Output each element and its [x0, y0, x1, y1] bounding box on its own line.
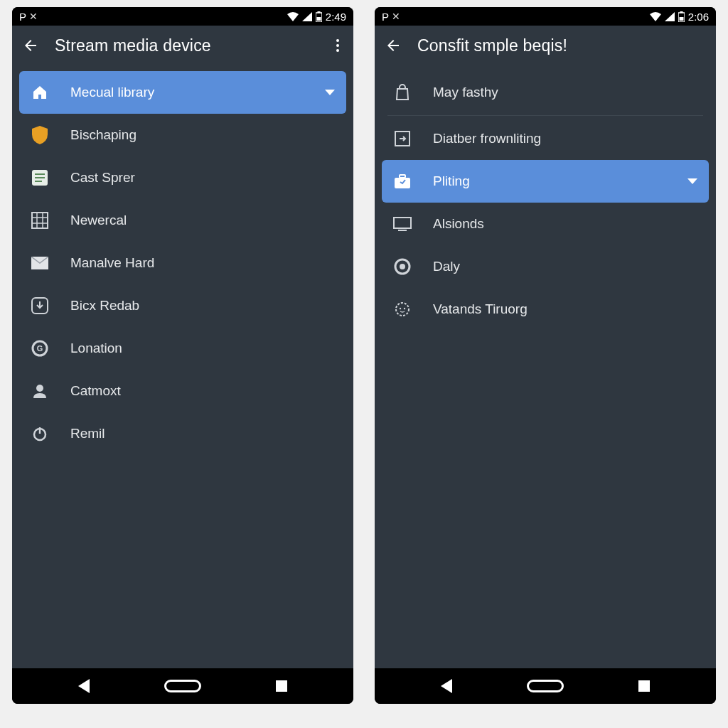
- menu-label: May fasthy: [433, 85, 697, 100]
- svg-point-23: [400, 308, 401, 309]
- menu-label: Bicx Redab: [70, 298, 335, 314]
- status-right: 2:06: [650, 11, 709, 23]
- back-icon[interactable]: [385, 37, 402, 54]
- p-indicator: P: [382, 11, 389, 23]
- battery-icon: [678, 11, 685, 22]
- close-icon[interactable]: ✕: [392, 11, 400, 22]
- menu-item-pliting[interactable]: Pliting: [382, 160, 709, 203]
- menu-label: Catmoxt: [70, 383, 335, 399]
- svg-rect-2: [316, 17, 321, 21]
- nav-recent-icon[interactable]: [276, 680, 287, 692]
- wifi-icon: [287, 12, 299, 21]
- monitor-icon: [393, 215, 412, 233]
- status-bar: P ✕ 2:06: [375, 7, 716, 26]
- nav-recent-icon[interactable]: [638, 680, 650, 692]
- menu-label: Manalve Hard: [70, 255, 335, 271]
- signal-icon: [302, 12, 312, 21]
- nav-bar: [375, 668, 716, 704]
- menu-label: Daly: [433, 259, 697, 274]
- menu-item-diatber-frownliting[interactable]: Diatber frownliting: [382, 117, 709, 160]
- menu-item-daly[interactable]: Daly: [382, 245, 709, 288]
- battery-icon: [316, 11, 322, 22]
- briefcase-icon: [393, 172, 412, 191]
- menu-item-mecual-library[interactable]: Mecual library: [19, 71, 346, 114]
- p-indicator: P: [19, 11, 26, 23]
- mail-icon: [31, 254, 49, 272]
- circle-g-icon: G: [31, 339, 49, 358]
- menu-label: Pliting: [433, 173, 666, 189]
- svg-point-9: [36, 385, 43, 392]
- svg-rect-1: [317, 11, 320, 13]
- page-title: Stream media device: [55, 36, 316, 55]
- menu-label: Diatber frownliting: [433, 131, 697, 146]
- download-icon: [31, 296, 49, 315]
- face-icon: [393, 300, 412, 318]
- box-arrow-icon: [393, 129, 412, 148]
- wifi-icon: [650, 12, 661, 21]
- svg-rect-4: [32, 213, 48, 228]
- menu-list: May fasthy Diatber frownliting Pliting A…: [375, 65, 716, 336]
- phone-right: P ✕ 2:06 Consfit smple beqis! May fasthy: [375, 7, 716, 704]
- chevron-down-icon: [325, 90, 335, 95]
- menu-label: Alsionds: [433, 216, 697, 232]
- power-icon: [31, 424, 49, 443]
- svg-rect-18: [394, 218, 411, 228]
- chevron-down-icon: [687, 178, 697, 184]
- menu-item-bischaping[interactable]: Bischaping: [19, 114, 346, 156]
- clock: 2:49: [326, 11, 346, 23]
- svg-point-22: [396, 303, 409, 316]
- disc-icon: [393, 257, 412, 276]
- phone-left: P ✕ 2:49 Stream media device Mecual libr…: [12, 7, 353, 704]
- menu-item-bicx-redab[interactable]: Bicx Redab: [19, 284, 346, 327]
- nav-back-icon[interactable]: [78, 679, 90, 693]
- menu-label: Lonation: [70, 341, 335, 356]
- menu-label: Bischaping: [70, 127, 335, 143]
- divider: [387, 115, 703, 116]
- menu-item-may-fasthy[interactable]: May fasthy: [382, 71, 709, 114]
- menu-item-lonation[interactable]: G Lonation: [19, 327, 346, 370]
- svg-rect-13: [680, 11, 682, 13]
- status-left: P ✕: [19, 11, 38, 23]
- app-bar: Stream media device: [12, 26, 353, 65]
- page-title: Consfit smple beqis!: [417, 36, 706, 55]
- menu-label: Cast Sprer: [70, 170, 335, 186]
- note-icon: [31, 168, 49, 187]
- nav-back-icon[interactable]: [441, 679, 452, 693]
- status-bar: P ✕ 2:49: [12, 7, 353, 26]
- menu-item-cast-sprer[interactable]: Cast Sprer: [19, 156, 346, 199]
- svg-text:G: G: [37, 344, 43, 353]
- menu-item-newercal[interactable]: Newercal: [19, 199, 346, 242]
- svg-rect-17: [400, 175, 405, 178]
- person-icon: [31, 382, 49, 400]
- status-left: P ✕: [382, 11, 400, 23]
- shield-icon: [31, 126, 49, 144]
- svg-point-21: [400, 264, 405, 269]
- home-icon: [31, 83, 49, 102]
- close-icon[interactable]: ✕: [29, 11, 38, 22]
- svg-rect-14: [679, 17, 683, 21]
- menu-item-remil[interactable]: Remil: [19, 412, 346, 455]
- nav-home-icon[interactable]: [164, 680, 201, 692]
- clock: 2:06: [688, 11, 709, 23]
- menu-label: Mecual library: [70, 85, 304, 100]
- menu-label: Remil: [70, 426, 335, 441]
- status-right: 2:49: [287, 11, 346, 23]
- signal-icon: [665, 12, 675, 21]
- back-icon[interactable]: [22, 37, 39, 54]
- nav-bar: [12, 668, 353, 704]
- app-bar: Consfit smple beqis!: [375, 26, 716, 65]
- menu-label: Newercal: [70, 213, 335, 228]
- nav-home-icon[interactable]: [527, 680, 564, 692]
- menu-item-catmoxt[interactable]: Catmoxt: [19, 370, 346, 412]
- menu-label: Vatands Tiruorg: [433, 301, 697, 317]
- app-body: Stream media device Mecual library Bisch…: [12, 26, 353, 668]
- app-body: Consfit smple beqis! May fasthy Diatber …: [375, 26, 716, 668]
- menu-list: Mecual library Bischaping Cast Sprer New…: [12, 65, 353, 461]
- bag-icon: [393, 83, 412, 102]
- svg-point-24: [404, 308, 405, 309]
- menu-item-vatands-tiruorg[interactable]: Vatands Tiruorg: [382, 288, 709, 331]
- grid-icon: [31, 211, 49, 230]
- overflow-menu-icon[interactable]: [332, 35, 343, 56]
- menu-item-alsionds[interactable]: Alsionds: [382, 203, 709, 245]
- menu-item-manalve-hard[interactable]: Manalve Hard: [19, 242, 346, 284]
